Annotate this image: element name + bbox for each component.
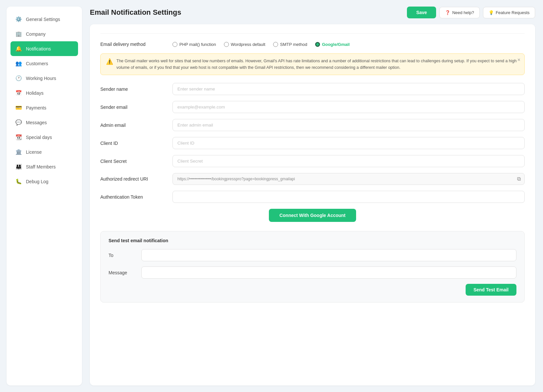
- alert-text: The Gmail mailer works well for sites th…: [116, 58, 519, 71]
- sidebar-item-notifications[interactable]: 🔔 Notifications: [10, 41, 78, 56]
- special-days-icon: 📆: [15, 134, 22, 140]
- page-header: Email Notification Settings Save ❓ Need …: [90, 7, 535, 18]
- sidebar-item-label: Debug Log: [26, 179, 49, 184]
- authorized-uri-row: Authorized redirect URI ⧉: [100, 173, 525, 185]
- working-hours-icon: 🕐: [15, 75, 22, 81]
- client-secret-row: Client Secret: [100, 155, 525, 167]
- sidebar-item-label: Holidays: [26, 90, 44, 96]
- sidebar-item-messages[interactable]: 💬 Messages: [10, 115, 78, 130]
- general-settings-icon: ⚙️: [15, 16, 22, 22]
- sidebar-item-label: Staff Members: [26, 164, 56, 169]
- notifications-icon: 🔔: [15, 46, 22, 52]
- test-to-input[interactable]: [141, 249, 516, 261]
- alert-icon: ⚠️: [106, 58, 113, 65]
- sender-email-label: Sender email: [100, 105, 172, 110]
- sidebar-item-staff-members[interactable]: 👨‍👩‍👧 Staff Members: [10, 159, 78, 174]
- messages-icon: 💬: [15, 119, 22, 126]
- sidebar-item-label: License: [26, 149, 42, 155]
- sidebar-item-license[interactable]: 🏛️ License: [10, 145, 78, 159]
- delivery-label: Email delivery method: [100, 42, 172, 47]
- test-message-input[interactable]: [141, 266, 516, 279]
- test-actions: Send Test Email: [109, 284, 516, 296]
- admin-email-label: Admin email: [100, 123, 172, 128]
- main-content: Email Notification Settings Save ❓ Need …: [82, 0, 543, 392]
- delivery-option-google-gmail[interactable]: Google/Gmail: [315, 42, 350, 47]
- sender-name-input[interactable]: [172, 83, 525, 95]
- test-email-section: Send test email notification To Message …: [100, 231, 525, 303]
- sidebar-item-debug-log[interactable]: 🐛 Debug Log: [10, 174, 78, 189]
- sidebar-item-working-hours[interactable]: 🕐 Working Hours: [10, 71, 78, 86]
- staff-members-icon: 👨‍👩‍👧: [15, 164, 22, 170]
- client-id-label: Client ID: [100, 141, 172, 146]
- sidebar: ⚙️ General Settings🏢 Company🔔 Notificati…: [7, 7, 82, 385]
- delivery-option-wp-default[interactable]: Wordpress default: [224, 42, 265, 47]
- send-test-email-button[interactable]: Send Test Email: [466, 284, 516, 296]
- sidebar-item-label: Working Hours: [26, 76, 56, 81]
- alert-close-button[interactable]: ×: [517, 57, 520, 63]
- authorized-uri-label: Authorized redirect URI: [100, 176, 172, 182]
- connect-google-button[interactable]: Connect With Google Account: [269, 209, 356, 222]
- customers-icon: 👥: [15, 60, 22, 67]
- copy-icon[interactable]: ⧉: [517, 176, 521, 182]
- sidebar-item-general-settings[interactable]: ⚙️ General Settings: [10, 12, 78, 27]
- test-to-label: To: [109, 253, 141, 258]
- auth-token-input[interactable]: [172, 191, 525, 203]
- sender-name-row: Sender name: [100, 83, 525, 95]
- authorized-uri-input[interactable]: [172, 173, 525, 185]
- sidebar-item-label: Special days: [26, 135, 52, 140]
- sender-name-label: Sender name: [100, 87, 172, 92]
- payments-icon: 💳: [15, 105, 22, 111]
- sidebar-item-label: Customers: [26, 61, 48, 66]
- help-icon: ❓: [445, 10, 450, 15]
- auth-token-row: Authentication Token: [100, 191, 525, 203]
- sidebar-item-holidays[interactable]: 📅 Holidays: [10, 86, 78, 100]
- test-to-row: To: [109, 249, 516, 261]
- sidebar-item-label: General Settings: [26, 17, 60, 22]
- delivery-options: PHP mail() function Wordpress default SM…: [172, 42, 525, 47]
- client-secret-input[interactable]: [172, 155, 525, 167]
- connect-row: Connect With Google Account: [100, 209, 525, 222]
- client-id-input[interactable]: [172, 137, 525, 149]
- test-section-title: Send test email notification: [109, 238, 516, 243]
- test-message-row: Message: [109, 266, 516, 279]
- client-secret-label: Client Secret: [100, 159, 172, 164]
- admin-email-input[interactable]: [172, 119, 525, 131]
- auth-token-label: Authentication Token: [100, 194, 172, 200]
- debug-log-icon: 🐛: [15, 178, 22, 185]
- delivery-option-php-mail[interactable]: PHP mail() function: [172, 42, 216, 47]
- license-icon: 🏛️: [15, 149, 22, 155]
- delivery-option-smtp[interactable]: SMTP method: [273, 42, 307, 47]
- holidays-icon: 📅: [15, 90, 22, 96]
- content-card: Email delivery method PHP mail() functio…: [90, 24, 535, 385]
- admin-email-row: Admin email: [100, 119, 525, 131]
- save-button[interactable]: Save: [407, 7, 436, 18]
- alert-banner: ⚠️ The Gmail mailer works well for sites…: [100, 53, 525, 75]
- feature-icon: 💡: [489, 10, 494, 15]
- test-message-label: Message: [109, 270, 141, 275]
- delivery-method-row: Email delivery method PHP mail() functio…: [100, 42, 525, 47]
- sidebar-item-label: Notifications: [26, 46, 51, 51]
- sidebar-item-label: Payments: [26, 105, 46, 110]
- divider: [100, 33, 525, 34]
- sender-email-row: Sender email: [100, 101, 525, 113]
- company-icon: 🏢: [15, 31, 22, 37]
- feature-requests-button[interactable]: 💡 Feature Requests: [483, 7, 535, 18]
- sidebar-item-label: Messages: [26, 120, 47, 125]
- sidebar-item-payments[interactable]: 💳 Payments: [10, 100, 78, 115]
- uri-wrapper: ⧉: [172, 173, 525, 185]
- sidebar-item-customers[interactable]: 👥 Customers: [10, 56, 78, 71]
- sidebar-item-company[interactable]: 🏢 Company: [10, 27, 78, 41]
- sidebar-item-special-days[interactable]: 📆 Special days: [10, 130, 78, 145]
- header-actions: Save ❓ Need help? 💡 Feature Requests: [407, 7, 535, 18]
- need-help-button[interactable]: ❓ Need help?: [439, 7, 480, 18]
- sidebar-item-label: Company: [26, 31, 46, 37]
- page-title: Email Notification Settings: [90, 8, 181, 17]
- client-id-row: Client ID: [100, 137, 525, 149]
- sender-email-input[interactable]: [172, 101, 525, 113]
